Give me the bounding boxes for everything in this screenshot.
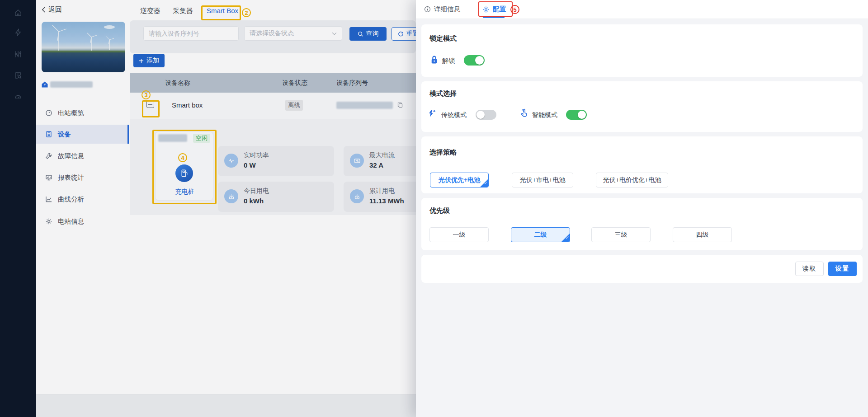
- sidebar-item-faults[interactable]: 故障信息: [36, 146, 129, 165]
- refresh-icon: [398, 31, 404, 37]
- total-energy-icon: [350, 189, 364, 203]
- strategy-card: 选择策略 光伏优先+电池 光伏+市电+电池 光伏+电价优化+电池: [421, 136, 863, 193]
- sidebar-item-reports[interactable]: 报表统计: [36, 168, 129, 187]
- back-button[interactable]: 返回: [42, 5, 62, 14]
- station-name-masked: [50, 81, 93, 88]
- report-stats-icon: [45, 174, 52, 181]
- stat-tile-max-current: 最大电流 32 A: [344, 146, 416, 176]
- sliders-icon[interactable]: [14, 50, 22, 58]
- stat-tile-realtime-power: 实时功率 0 W: [218, 146, 334, 176]
- set-button[interactable]: 设置: [828, 262, 857, 276]
- strategy-option-pv-grid-battery[interactable]: 光伏+市电+电池: [512, 173, 573, 187]
- search-icon: [358, 31, 363, 37]
- config-drawer: 详细信息 配置 5 锁定模式 解锁 模式选择 A 传统模式: [416, 0, 868, 417]
- station-house-icon: [41, 81, 48, 88]
- sidebar-item-devices[interactable]: 设备: [36, 125, 129, 144]
- lock-mode-card: 锁定模式 解锁: [421, 24, 863, 77]
- annotation-step-2: 2: [242, 8, 251, 17]
- station-row[interactable]: [41, 81, 93, 88]
- child-name-masked: [158, 134, 187, 142]
- tab-config[interactable]: 配置: [482, 0, 506, 19]
- tab-inverter[interactable]: 逆变器: [140, 7, 160, 15]
- read-button[interactable]: 读取: [795, 262, 824, 276]
- charging-pile-avatar: [175, 164, 193, 182]
- bolt-icon[interactable]: [14, 28, 22, 37]
- section-title-priority: 优先级: [429, 206, 450, 215]
- device-name-cell: Smart box: [172, 101, 203, 109]
- charging-pile-icon: [179, 169, 189, 178]
- svg-text:A: A: [433, 109, 435, 112]
- station-sidebar: 返回 电站概览 设备: [36, 0, 129, 394]
- col-device-name: 设备名称: [165, 79, 190, 87]
- gauge-icon[interactable]: [14, 93, 22, 101]
- smart-mode-label: 智能模式: [532, 111, 557, 119]
- col-device-status: 设备状态: [282, 79, 307, 87]
- drawer-header: 详细信息 配置 5: [416, 0, 868, 19]
- back-label: 返回: [48, 5, 62, 14]
- sidebar-item-label: 报表统计: [58, 173, 84, 182]
- priority-option-3[interactable]: 三级: [591, 227, 651, 242]
- sidebar-item-label: 电站信息: [58, 217, 84, 226]
- station-info-gear-icon: [45, 218, 52, 225]
- tab-label: 详细信息: [434, 5, 460, 14]
- smart-touch-icon: [519, 108, 528, 117]
- tab-label: 配置: [493, 5, 506, 14]
- add-label: 添加: [146, 56, 159, 65]
- selected-check-icon: [480, 178, 489, 187]
- home-icon[interactable]: [14, 9, 22, 17]
- query-button[interactable]: 查询: [349, 27, 387, 41]
- device-content: 逆变器 采集器 Smart Box 请选择设备状态 查询 重置: [129, 0, 416, 394]
- tab-smart-box[interactable]: Smart Box: [207, 7, 238, 14]
- priority-option-1[interactable]: 一级: [429, 227, 489, 242]
- today-energy-icon: [224, 189, 238, 203]
- sidebar-item-label: 设备: [58, 130, 71, 139]
- plus-icon: [139, 58, 144, 63]
- sidebar-item-label: 曲线分析: [58, 195, 84, 204]
- traditional-mode-toggle[interactable]: [476, 110, 496, 120]
- solar-panels-graphic: [42, 49, 125, 72]
- sidebar-item-label: 电站概览: [58, 109, 84, 117]
- serial-search-input[interactable]: [143, 26, 239, 41]
- tab-detail-info[interactable]: 详细信息: [424, 0, 460, 19]
- query-label: 查询: [366, 30, 379, 38]
- priority-option-2[interactable]: 二级: [511, 227, 570, 242]
- charging-pile-label: 充电桩: [156, 188, 214, 196]
- sidebar-item-overview[interactable]: 电站概览: [36, 103, 129, 122]
- reset-button[interactable]: 重置: [392, 27, 416, 41]
- bolt-a-icon: A: [428, 109, 436, 118]
- status-select[interactable]: 请选择设备状态: [244, 26, 342, 41]
- strategy-option-pv-price-battery[interactable]: 光伏+电价优化+电池: [596, 173, 668, 187]
- smart-mode-toggle[interactable]: [566, 110, 587, 120]
- lock-toggle[interactable]: [464, 55, 485, 66]
- curve-chart-icon: [45, 196, 52, 203]
- section-title-strategy: 选择策略: [429, 148, 457, 157]
- chevron-left-icon: [42, 7, 46, 13]
- strategy-option-pv-first-battery[interactable]: 光伏优先+电池: [430, 173, 489, 187]
- priority-option-4[interactable]: 四级: [673, 227, 732, 242]
- table-row[interactable]: Smart box 离线: [130, 93, 416, 119]
- power-wave-icon: [224, 154, 238, 168]
- collapse-row-icon[interactable]: [146, 100, 154, 108]
- fault-wrench-icon: [45, 152, 52, 159]
- sidebar-item-curves[interactable]: 曲线分析: [36, 190, 129, 209]
- status-select-placeholder: 请选择设备状态: [250, 29, 294, 37]
- active-tab-underline: [483, 17, 505, 18]
- charging-pile-card[interactable]: 空闲 充电桩: [155, 131, 213, 201]
- app-root: 返回 电站概览 设备: [0, 0, 868, 417]
- idle-badge: 空闲: [193, 134, 210, 143]
- page-bottom-strip: [36, 394, 416, 417]
- add-device-button[interactable]: 添加: [133, 54, 165, 67]
- status-badge: 离线: [285, 100, 303, 111]
- lock-state-label: 解锁: [442, 57, 455, 65]
- copy-icon[interactable]: [397, 102, 403, 108]
- expanded-child-area: 空闲 充电桩 实时功率 0 W 最大电流 32 A: [130, 119, 416, 215]
- reset-label: 重置: [406, 30, 416, 38]
- icon-rail: [0, 0, 36, 417]
- report-search-icon[interactable]: [14, 71, 22, 80]
- mode-select-card: 模式选择 A 传统模式 智能模式: [421, 81, 863, 132]
- sidebar-item-station-info[interactable]: 电站信息: [36, 212, 129, 231]
- tab-collector[interactable]: 采集器: [173, 7, 193, 15]
- sidebar-item-label: 故障信息: [58, 152, 84, 160]
- filter-bar: 请选择设备状态 查询 重置: [130, 20, 416, 53]
- selected-check-icon: [561, 233, 570, 242]
